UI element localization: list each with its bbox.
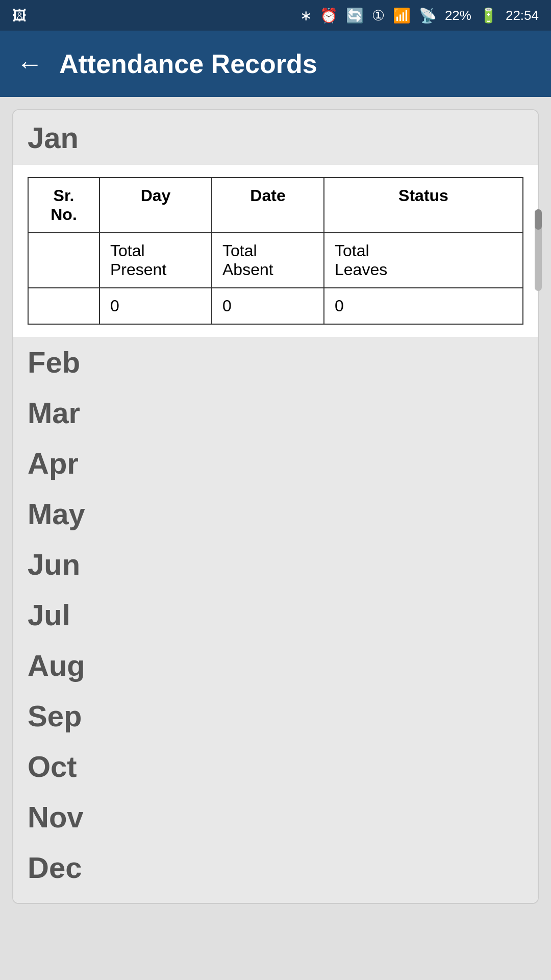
sync-icon: 🔄	[346, 7, 364, 24]
scrollbar-thumb[interactable]	[535, 209, 542, 230]
month-item-aug[interactable]: Aug	[28, 640, 523, 691]
months-list: Feb Mar Apr May Jun Jul Aug Sep Oct Nov …	[13, 337, 538, 903]
alarm-icon: ⏰	[320, 7, 338, 24]
clock: 22:54	[506, 8, 539, 23]
month-item-may[interactable]: May	[28, 488, 523, 539]
signal-bars-icon: 📶	[393, 7, 411, 24]
data-total-absent: 0	[212, 288, 324, 324]
scrollbar-track[interactable]	[535, 209, 542, 291]
data-total-present: 0	[99, 288, 212, 324]
status-bar: 🖼 ∗ ⏰ 🔄 ① 📶 📡 22% 🔋 22:54	[0, 0, 551, 31]
month-item-nov[interactable]: Nov	[28, 792, 523, 842]
col-header-date: Date	[212, 178, 324, 233]
month-item-jun[interactable]: Jun	[28, 539, 523, 590]
table-header-row: Sr.No. Day Date Status	[28, 178, 523, 233]
bluetooth-icon: ∗	[300, 7, 312, 24]
attendance-card: Jan Sr.No. Day Date Status TotalPresent …	[12, 109, 539, 904]
summary-data-row: 0 0 0	[28, 288, 523, 324]
summary-leaves-label: TotalLeaves	[324, 233, 523, 288]
summary-sr	[28, 233, 99, 288]
signal-icon: 📡	[419, 7, 437, 24]
month-item-apr[interactable]: Apr	[28, 438, 523, 488]
data-total-leaves: 0	[324, 288, 523, 324]
month-item-jul[interactable]: Jul	[28, 590, 523, 640]
back-button[interactable]: ←	[16, 51, 43, 77]
attendance-table: Sr.No. Day Date Status TotalPresent Tota…	[28, 177, 523, 325]
page-title: Attendance Records	[59, 48, 317, 79]
col-header-status: Status	[324, 178, 523, 233]
month-item-mar[interactable]: Mar	[28, 387, 523, 438]
month-item-oct[interactable]: Oct	[28, 741, 523, 792]
image-icon: 🖼	[12, 7, 27, 24]
battery-icon: 🔋	[480, 7, 497, 24]
january-label[interactable]: Jan	[28, 121, 79, 154]
month-item-dec[interactable]: Dec	[28, 842, 523, 893]
data-sr	[28, 288, 99, 324]
notification-icon: ①	[372, 7, 385, 24]
col-header-sr: Sr.No.	[28, 178, 99, 233]
app-header: ← Attendance Records	[0, 31, 551, 97]
summary-label-row: TotalPresent TotalAbsent TotalLeaves	[28, 233, 523, 288]
summary-absent-label: TotalAbsent	[212, 233, 324, 288]
battery-percent: 22%	[445, 8, 471, 23]
main-content: Jan Sr.No. Day Date Status TotalPresent …	[0, 97, 551, 916]
month-item-sep[interactable]: Sep	[28, 691, 523, 741]
january-section: Jan	[13, 110, 538, 165]
summary-present-label: TotalPresent	[99, 233, 212, 288]
month-item-feb[interactable]: Feb	[28, 337, 523, 387]
col-header-day: Day	[99, 178, 212, 233]
